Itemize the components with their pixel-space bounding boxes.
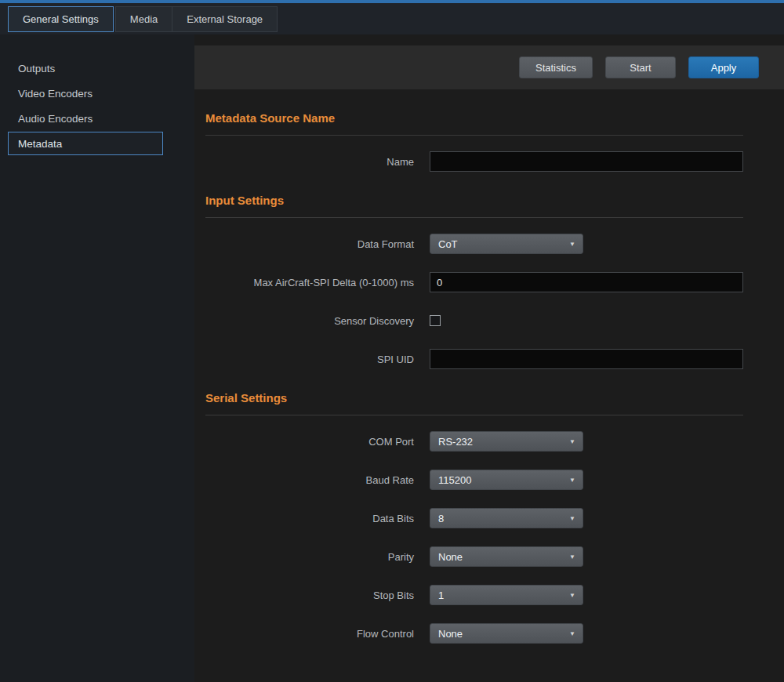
stop-bits-value: 1 <box>438 589 444 601</box>
spi-uid-row: SPI UID <box>205 349 743 369</box>
aircraft-spi-delta-row: Max AirCraft-SPI Delta (0-1000) ms <box>205 272 743 292</box>
apply-button[interactable]: Apply <box>688 56 759 78</box>
chevron-down-icon: ▼ <box>569 553 575 560</box>
parity-value: None <box>438 551 463 563</box>
spi-uid-input[interactable] <box>430 349 743 369</box>
top-tabs: General Settings Media External Storage <box>8 6 278 32</box>
aircraft-spi-delta-label: Max AirCraft-SPI Delta (0-1000) ms <box>205 277 414 288</box>
parity-row: Parity None ▼ <box>205 546 743 567</box>
chevron-down-icon: ▼ <box>569 477 575 484</box>
data-bits-dropdown[interactable]: 8 ▼ <box>430 508 583 528</box>
data-format-label: Data Format <box>205 238 414 250</box>
top-tab-group: Media External Storage <box>115 6 278 32</box>
sidebar-item-metadata[interactable]: Metadata <box>8 132 163 155</box>
section-divider <box>205 217 743 218</box>
name-row: Name <box>205 151 743 172</box>
com-port-dropdown[interactable]: RS-232 ▼ <box>430 431 583 452</box>
com-port-row: COM Port RS-232 ▼ <box>205 431 743 452</box>
sensor-discovery-row: Sensor Discovery <box>205 310 743 331</box>
sidebar-item-video-encoders[interactable]: Video Encoders <box>8 82 163 105</box>
statistics-button[interactable]: Statistics <box>519 56 593 78</box>
com-port-value: RS-232 <box>438 436 473 448</box>
spi-uid-label: SPI UID <box>205 354 414 365</box>
baud-rate-row: Baud Rate 115200 ▼ <box>205 470 743 490</box>
parity-dropdown[interactable]: None ▼ <box>430 546 583 567</box>
aircraft-spi-delta-input[interactable] <box>430 272 743 292</box>
baud-rate-dropdown[interactable]: 115200 ▼ <box>430 470 583 490</box>
baud-rate-value: 115200 <box>438 474 471 486</box>
flow-control-dropdown[interactable]: None ▼ <box>430 623 583 644</box>
flow-control-label: Flow Control <box>205 628 414 640</box>
com-port-label: COM Port <box>205 436 414 448</box>
parity-label: Parity <box>205 551 414 563</box>
name-input[interactable] <box>430 151 743 172</box>
tab-media[interactable]: Media <box>116 7 172 31</box>
data-bits-value: 8 <box>438 513 444 524</box>
stop-bits-dropdown[interactable]: 1 ▼ <box>430 585 583 605</box>
top-navigation-bar: General Settings Media External Storage <box>0 0 784 34</box>
name-label: Name <box>205 156 414 168</box>
data-format-value: CoT <box>438 238 458 250</box>
sensor-discovery-label: Sensor Discovery <box>205 315 414 327</box>
stop-bits-label: Stop Bits <box>205 589 414 601</box>
flow-control-row: Flow Control None ▼ <box>205 623 743 644</box>
chevron-down-icon: ▼ <box>569 241 575 248</box>
tab-external-storage[interactable]: External Storage <box>172 7 277 31</box>
action-toolbar: Statistics Start Apply <box>194 45 784 89</box>
start-button[interactable]: Start <box>605 56 676 78</box>
chevron-down-icon: ▼ <box>569 592 575 599</box>
main-content: Statistics Start Apply Metadata Source N… <box>194 34 784 682</box>
data-format-dropdown[interactable]: CoT ▼ <box>430 234 583 254</box>
data-bits-label: Data Bits <box>205 513 414 524</box>
chevron-down-icon: ▼ <box>569 630 575 637</box>
chevron-down-icon: ▼ <box>569 515 575 522</box>
section-title-serial-settings: Serial Settings <box>205 391 743 404</box>
chevron-down-icon: ▼ <box>569 438 575 445</box>
sidebar-item-outputs[interactable]: Outputs <box>8 56 163 80</box>
stop-bits-row: Stop Bits 1 ▼ <box>205 585 743 605</box>
flow-control-value: None <box>438 628 463 640</box>
tab-general-settings[interactable]: General Settings <box>8 6 114 32</box>
data-format-row: Data Format CoT ▼ <box>205 234 743 254</box>
data-bits-row: Data Bits 8 ▼ <box>205 508 743 528</box>
section-title-metadata-source-name: Metadata Source Name <box>205 111 743 125</box>
sidebar-item-audio-encoders[interactable]: Audio Encoders <box>8 107 163 130</box>
baud-rate-label: Baud Rate <box>205 474 414 486</box>
sensor-discovery-checkbox[interactable] <box>430 315 441 326</box>
sidebar: Outputs Video Encoders Audio Encoders Me… <box>0 34 194 682</box>
section-title-input-settings: Input Settings <box>205 194 743 207</box>
section-divider <box>205 135 743 136</box>
section-divider <box>205 415 743 415</box>
